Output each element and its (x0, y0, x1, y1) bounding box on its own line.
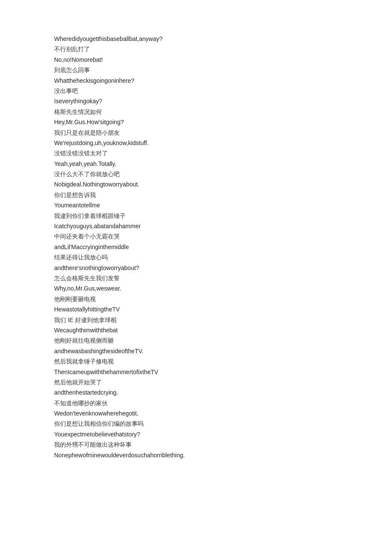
text-line-39: 我的外甥不可能做出这种坏事 (54, 440, 338, 449)
text-line-16: Youmeantotellme (54, 200, 338, 210)
text-line-32: ThenIcameupwiththehammertofixtheTV (54, 367, 338, 377)
text-line-35: 不知道他哪抄的家伙 (54, 398, 338, 408)
text-line-7: 格斯先生情况如何 (54, 107, 338, 116)
text-line-12: Yeah,yeah,yeah.Totally. (54, 159, 338, 169)
text-line-30: andhewasbashingthesideoftheTV. (54, 346, 338, 356)
text-line-19: 中间还夹着个小无霸在哭 (54, 232, 338, 241)
text-line-29: 他刚好就往电视侧而砸 (54, 336, 338, 345)
text-line-23: 怎么会格斯先生我们发誓 (54, 273, 338, 283)
text-line-0: Wheredidyougetthisbaseballbat,anyway? (54, 34, 338, 44)
text-line-4: Whattheheckisgoingoninhere? (54, 76, 338, 85)
text-line-5: 没出事吧 (54, 86, 338, 96)
text-line-1: 不行别乱打了 (54, 44, 338, 54)
text-line-14: Nobigdeal.Nothingtoworryabout. (54, 180, 338, 189)
text-line-40: Nonephewofminewouldeverdosuchahorribleth… (54, 450, 338, 460)
text-line-2: No,no!Nomorebat! (54, 55, 338, 64)
text-line-3: 到底怎么回事 (54, 65, 338, 75)
text-line-33: 然后他就开始哭了 (54, 378, 338, 387)
text-line-36: Wedon'tevenknowwherehegotit. (54, 409, 338, 418)
text-line-18: Icatchyouguys,abatandahammer (54, 221, 338, 231)
text-line-13: 没什么大不了你就放心吧 (54, 169, 338, 179)
text-line-21: 结果还得让我放心吗 (54, 253, 338, 262)
text-line-6: Iseverythingokay? (54, 96, 338, 106)
text-line-31: 然后我就拿锤子修电视 (54, 357, 338, 366)
text-line-28: Wecaughthimwiththebat (54, 325, 338, 335)
text-line-17: 我逮到你们拿着球棍跟锤子 (54, 211, 338, 221)
content-area: Wheredidyougetthisbaseballbat,anyway?不行别… (54, 34, 338, 460)
text-line-37: 你们是想让我相信你们编的故事吗 (54, 419, 338, 428)
text-line-25: 他刚刚要砸电视 (54, 294, 338, 304)
text-line-20: andLil'Maccryinginthemiddle (54, 242, 338, 252)
text-line-10: We'rejustdoing,uh,youknow,kidstuff. (54, 138, 338, 148)
text-line-27: 我们 IE 好逮到他拿球棍 (54, 315, 338, 325)
text-line-22: andthere'snothingtoworryabout? (54, 263, 338, 273)
text-line-24: Why,no,Mr.Gus,weswear. (54, 284, 338, 293)
text-line-15: 你们是想告诉我 (54, 190, 338, 200)
text-line-26: HewastotallyhittingtheTV (54, 305, 338, 314)
text-line-11: 没错没错没错太对了 (54, 148, 338, 158)
text-line-8: Hey,Mr.Gus.How'sitgoing? (54, 117, 338, 127)
text-line-38: Youexpectmetobelievethatstory? (54, 430, 338, 439)
text-line-34: andthenhestartedcrying. (54, 388, 338, 397)
text-line-9: 我们只是在就是陪小朋友 (54, 128, 338, 137)
